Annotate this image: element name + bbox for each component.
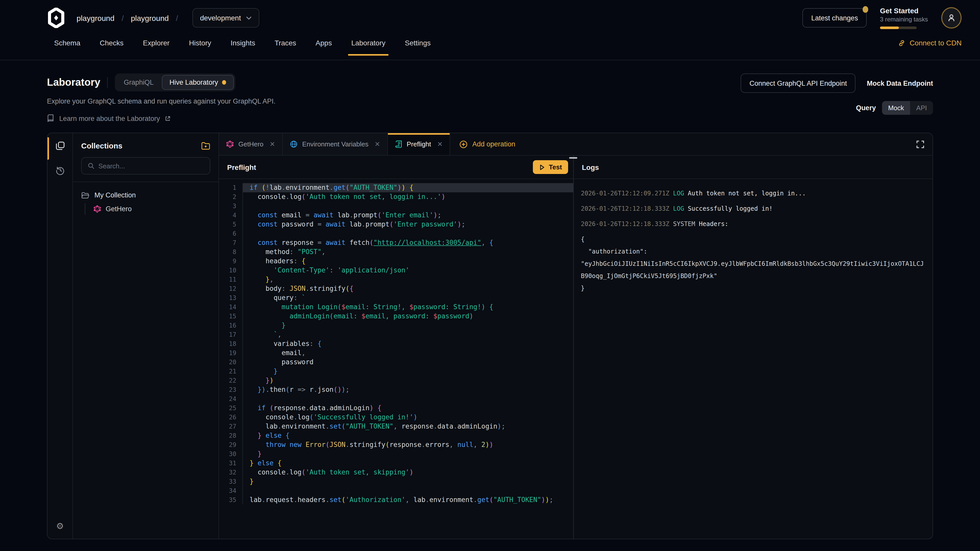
nav-item-apps[interactable]: Apps <box>316 39 332 56</box>
nav-item-checks[interactable]: Checks <box>100 39 124 56</box>
code-line-31[interactable]: 31} else { <box>219 459 573 468</box>
code-line-35[interactable]: 35lab.request.headers.set('Authorization… <box>219 495 573 505</box>
splitter-handle[interactable] <box>569 157 577 159</box>
line-number: 24 <box>219 394 242 403</box>
code-line-3[interactable]: 3 <box>219 202 573 211</box>
code-line-13[interactable]: 13 query: ` <box>219 293 573 303</box>
query-mode-mock[interactable]: Mock <box>882 101 910 115</box>
mock-data-endpoint-button[interactable]: Mock Data Endpoint <box>867 79 933 87</box>
close-tab-icon[interactable]: ✕ <box>375 140 380 148</box>
mode-option-graphiql[interactable]: GraphiQL <box>117 76 161 89</box>
code-line-17[interactable]: 17 `, <box>219 330 573 339</box>
code-line-16[interactable]: 16 } <box>219 321 573 330</box>
history-rail-button[interactable] <box>56 166 65 175</box>
test-button[interactable]: Test <box>533 160 568 174</box>
code-line-11[interactable]: 11 }, <box>219 275 573 284</box>
search-input[interactable] <box>98 162 204 170</box>
connect-to-cdn-link[interactable]: Connect to CDN <box>898 39 962 47</box>
code-line-23[interactable]: 23 }).then(r => r.json()); <box>219 385 573 394</box>
nav-item-laboratory[interactable]: Laboratory <box>351 39 385 56</box>
user-avatar[interactable] <box>941 7 962 29</box>
code-line-20[interactable]: 20 password <box>219 358 573 367</box>
code-line-7[interactable]: 7 const response = await fetch("http://l… <box>219 238 573 248</box>
code-content: lab.environment.set("AUTH_TOKEN", respon… <box>242 422 573 431</box>
code-content: 'Content-Type': 'application/json' <box>242 266 573 275</box>
target-selector-dropdown[interactable]: development <box>192 8 259 27</box>
nav-item-settings[interactable]: Settings <box>405 39 431 56</box>
code-line-33[interactable]: 33} <box>219 477 573 486</box>
code-line-24[interactable]: 24 <box>219 394 573 403</box>
code-line-15[interactable]: 15 adminLogin(email: $email, password: $… <box>219 312 573 321</box>
code-content: headers: { <box>242 257 573 266</box>
query-mode-api[interactable]: API <box>910 101 933 115</box>
add-operation-button[interactable]: Add operation <box>450 133 525 155</box>
code-line-27[interactable]: 27 lab.environment.set("AUTH_TOKEN", res… <box>219 422 573 431</box>
latest-changes-button[interactable]: Latest changes <box>803 8 867 27</box>
tab-gethero[interactable]: GetHero✕ <box>219 133 283 155</box>
code-line-1[interactable]: 1if (!lab.environment.get("AUTH_TOKEN"))… <box>219 183 573 192</box>
settings-rail-button[interactable]: ⚙ <box>56 521 64 532</box>
code-content: } else { <box>242 431 573 440</box>
chevron-down-icon <box>246 16 251 20</box>
code-content: } <box>242 367 573 376</box>
learn-more-link[interactable]: Learn more about the Laboratory <box>47 114 741 122</box>
nav-item-traces[interactable]: Traces <box>275 39 296 56</box>
code-line-26[interactable]: 26 console.log('Successfully logged in!'… <box>219 413 573 422</box>
code-line-28[interactable]: 28 } else { <box>219 431 573 440</box>
code-line-14[interactable]: 14 mutation Login($email: String!, $pass… <box>219 303 573 312</box>
fullscreen-button[interactable] <box>908 133 932 155</box>
new-folder-icon[interactable] <box>201 141 210 150</box>
script-icon <box>395 140 402 148</box>
close-tab-icon[interactable]: ✕ <box>437 140 443 148</box>
folder-open-icon <box>81 192 89 199</box>
page-description: Explore your GraphQL schema and run quer… <box>47 97 741 105</box>
hive-logo-icon[interactable] <box>47 8 65 28</box>
mode-option-hive-laboratory[interactable]: Hive Laboratory <box>162 75 234 90</box>
globe-icon <box>290 140 298 148</box>
code-line-18[interactable]: 18 variables: { <box>219 339 573 348</box>
collections-rail-button[interactable] <box>56 141 65 151</box>
code-content: console.log('Successfully logged in!') <box>242 413 573 422</box>
collections-search[interactable] <box>81 157 210 175</box>
code-line-4[interactable]: 4 const email = await lab.prompt('Enter … <box>219 211 573 220</box>
code-line-8[interactable]: 8 method: "POST", <box>219 248 573 257</box>
nav-item-schema[interactable]: Schema <box>54 39 80 56</box>
target-selector-value: development <box>200 14 241 22</box>
code-line-12[interactable]: 12 body: JSON.stringify({ <box>219 284 573 293</box>
external-link-icon <box>165 116 171 121</box>
close-tab-icon[interactable]: ✕ <box>269 140 275 148</box>
code-line-30[interactable]: 30 } <box>219 449 573 459</box>
code-content: `, <box>242 330 573 339</box>
code-line-34[interactable]: 34 <box>219 486 573 495</box>
line-number: 17 <box>219 330 242 339</box>
graphql-icon <box>94 205 101 213</box>
code-line-32[interactable]: 32 console.log('Auth token set, skipping… <box>219 468 573 477</box>
tab-environment-variables[interactable]: Environment Variables✕ <box>283 133 388 155</box>
code-content <box>242 229 573 238</box>
code-line-25[interactable]: 25 if (response.data.adminLogin) { <box>219 403 573 413</box>
tab-preflight[interactable]: Preflight✕ <box>388 133 450 155</box>
nav-item-history[interactable]: History <box>189 39 211 56</box>
nav-item-insights[interactable]: Insights <box>231 39 256 56</box>
connect-graphql-api-endpoint-button[interactable]: Connect GraphQL API Endpoint <box>741 73 856 93</box>
collection-folder-item[interactable]: My Collection <box>81 191 210 199</box>
nav-item-explorer[interactable]: Explorer <box>143 39 169 56</box>
code-editor[interactable]: 1if (!lab.environment.get("AUTH_TOKEN"))… <box>219 179 573 539</box>
code-line-29[interactable]: 29 throw new Error(JSON.stringify(respon… <box>219 440 573 449</box>
code-line-21[interactable]: 21 } <box>219 367 573 376</box>
code-content: adminLogin(email: $email, password: $pas… <box>242 312 573 321</box>
get-started-widget[interactable]: Get Started 3 remaining tasks <box>880 6 928 29</box>
code-line-19[interactable]: 19 email, <box>219 348 573 358</box>
code-line-9[interactable]: 9 headers: { <box>219 257 573 266</box>
code-line-10[interactable]: 10 'Content-Type': 'application/json' <box>219 266 573 275</box>
code-content: } else { <box>242 459 573 468</box>
breadcrumb-project[interactable]: playground <box>131 14 169 22</box>
operation-item-gethero[interactable]: GetHero <box>94 203 210 215</box>
notification-dot <box>862 6 868 13</box>
code-line-22[interactable]: 22 }) <box>219 376 573 385</box>
code-line-5[interactable]: 5 const password = await lab.prompt('Ent… <box>219 220 573 229</box>
logs-output[interactable]: 2026-01-26T12:12:09.271Z LOG Auth token … <box>574 179 932 539</box>
code-line-2[interactable]: 2 console.log('Auth token not set, loggi… <box>219 192 573 202</box>
code-line-6[interactable]: 6 <box>219 229 573 238</box>
breadcrumb-org[interactable]: playground <box>76 14 115 22</box>
